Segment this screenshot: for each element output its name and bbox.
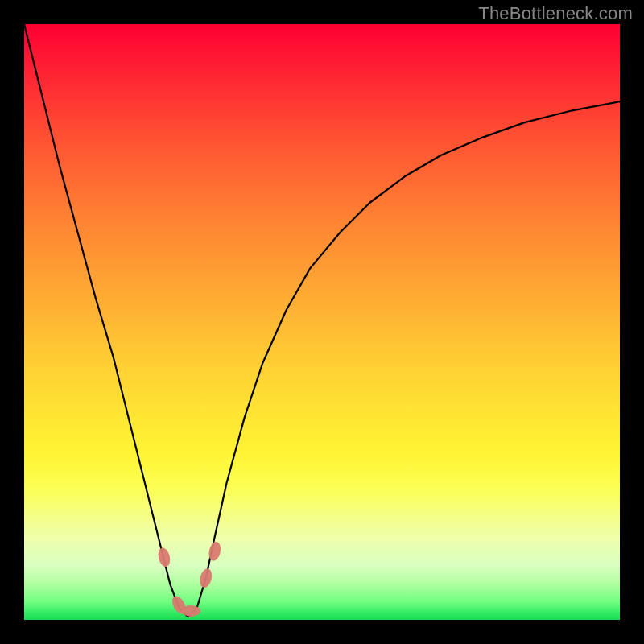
curve-svg (24, 24, 620, 620)
bottleneck-curve (24, 24, 620, 617)
plot-area (24, 24, 620, 620)
data-marker (156, 547, 171, 568)
watermark-text: TheBottleneck.com (478, 3, 633, 24)
data-marker (181, 605, 200, 617)
chart-frame: TheBottleneck.com (0, 0, 644, 644)
data-marker (198, 568, 213, 589)
markers-group (156, 541, 222, 617)
